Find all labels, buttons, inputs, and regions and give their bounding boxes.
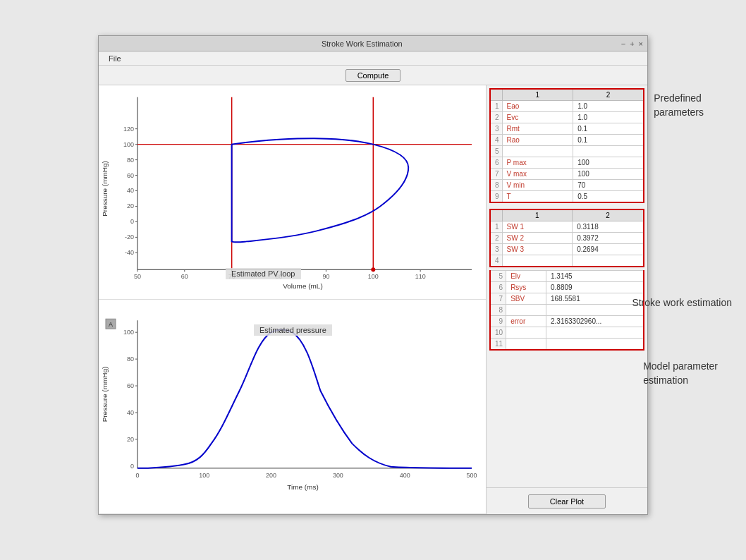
param-value [546,305,644,316]
mp-row: 8 [490,305,644,316]
svg-text:80: 80 [127,355,134,363]
svg-text:100: 100 [123,141,134,148]
right-panel: 1 2 1 Eao 1.0 2 Evc 1.0 3 Rmt 0.1 4 Rao … [487,85,647,514]
pressure-annotation: Estimated pressure [254,324,332,336]
param-value: 100 [573,169,644,180]
menu-bar: File [99,51,647,66]
param-name: Eao [502,101,573,112]
svg-text:0: 0 [130,218,134,225]
param-value: 0.1 [573,123,644,135]
param-name: Elv [506,271,546,282]
param-value: 1.0 [573,112,644,123]
predefined-row: 4 Rao 0.1 [490,135,644,146]
predefined-row: 6 P max 100 [490,157,644,169]
param-value [573,146,644,157]
sw-row: 3 SW 3 0.2694 [490,244,644,255]
sw-col-num [490,209,502,221]
row-num: 8 [490,180,502,191]
predefined-params-table: 1 2 1 Eao 1.0 2 Evc 1.0 3 Rmt 0.1 4 Rao … [489,88,644,203]
svg-text:Time (ms): Time (ms) [287,483,318,491]
param-value: 2.3163302960... [546,316,644,327]
minimize-button[interactable]: − [621,39,625,48]
stroke-work-annotation: Stroke work estimation [632,296,732,310]
param-name: V max [502,169,573,180]
param-name [506,327,546,339]
svg-text:50: 50 [134,273,141,280]
param-name: Rmt [502,123,573,135]
row-num: 5 [490,146,502,157]
predefined-col-1: 1 [502,89,573,101]
model-param-annotation: Model parameter estimation [643,360,718,387]
param-name [502,255,573,267]
pv-loop-annotation: Estimated PV loop [226,268,301,279]
row-num: 3 [490,244,502,255]
svg-text:60: 60 [127,172,134,179]
pressure-time-plot: A 100 80 60 40 20 [99,300,486,514]
param-value: 1.0 [573,101,644,112]
predefined-row: 2 Evc 1.0 [490,112,644,123]
toolbar: Compute [99,66,647,85]
svg-text:400: 400 [400,472,410,479]
param-name: SW 2 [502,233,573,244]
param-value: 0.2694 [573,244,644,255]
mp-row: 10 [490,327,644,339]
row-num: 7 [490,169,502,180]
window-controls: − + × [621,39,643,48]
svg-text:20: 20 [127,436,134,443]
main-window: Stroke Work Estimation − + × File Comput… [98,35,648,515]
param-name: P max [502,157,573,169]
model-param-table: 5 Elv 1.3145 6 Rsys 0.8809 7 SBV 168.558… [489,270,644,351]
predefined-row: 9 T 0.5 [490,191,644,203]
param-value: 0.3118 [573,221,644,233]
svg-text:40: 40 [127,409,134,416]
row-num: 9 [490,316,506,327]
row-num: 1 [490,101,502,112]
bottom-bar: Clear Plot [487,487,647,514]
sw-row: 1 SW 1 0.3118 [490,221,644,233]
row-num: 9 [490,191,502,203]
param-value: 168.5581 [546,293,644,305]
row-num: 2 [490,112,502,123]
row-num: 5 [490,271,506,282]
close-button[interactable]: × [639,39,643,48]
mp-row: 7 SBV 168.5581 [490,293,644,305]
svg-text:Pressure (mmHg): Pressure (mmHg) [101,367,109,422]
param-value: 0.8809 [546,282,644,293]
svg-text:60: 60 [181,273,188,280]
predefined-row: 3 Rmt 0.1 [490,123,644,135]
main-content: 120 100 80 60 40 20 0 -20 [99,85,647,514]
svg-text:60: 60 [127,382,134,389]
svg-text:0: 0 [135,472,139,479]
mp-row: 9 error 2.3163302960... [490,316,644,327]
row-num: 3 [490,123,502,135]
stroke-work-table: 1 2 1 SW 1 0.3118 2 SW 2 0.3972 3 SW 3 0… [489,209,644,267]
svg-text:110: 110 [415,273,426,280]
svg-text:90: 90 [322,273,329,280]
title-bar: Stroke Work Estimation − + × [99,36,647,51]
svg-text:-40: -40 [125,249,134,256]
svg-text:100: 100 [199,472,209,479]
row-num: 8 [490,305,506,316]
compute-button[interactable]: Compute [346,69,401,82]
sw-col-1: 1 [502,209,573,221]
clear-plot-button[interactable]: Clear Plot [528,494,606,509]
param-value [573,255,644,267]
param-name: T [502,191,573,203]
mp-row: 5 Elv 1.3145 [490,271,644,282]
sw-col-2: 2 [573,209,644,221]
param-name: SBV [506,293,546,305]
predefined-col-2: 2 [573,89,644,101]
mp-row: 6 Rsys 0.8809 [490,282,644,293]
param-value: 1.3145 [546,271,644,282]
svg-point-39 [371,267,375,272]
predefined-col-num [490,89,502,101]
svg-text:300: 300 [333,472,343,479]
param-name [506,305,546,316]
svg-text:20: 20 [127,202,134,209]
file-menu[interactable]: File [104,54,126,63]
predefined-row: 7 V max 100 [490,169,644,180]
maximize-button[interactable]: + [630,39,634,48]
param-value: 0.5 [573,191,644,203]
param-name: Evc [502,112,573,123]
param-name [502,146,573,157]
